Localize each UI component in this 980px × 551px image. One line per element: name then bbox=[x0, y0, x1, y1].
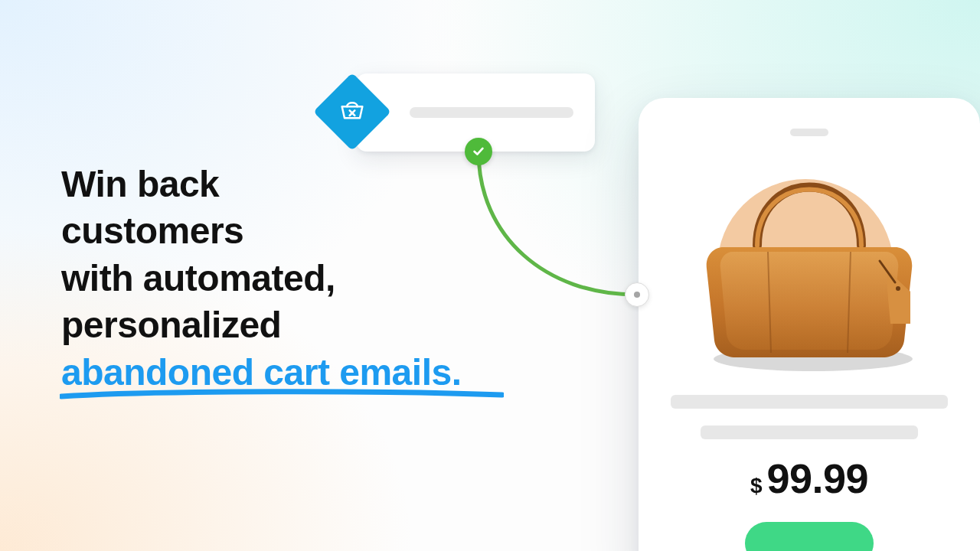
product-title-placeholder bbox=[671, 395, 948, 409]
headline-underline bbox=[60, 387, 504, 401]
cart-abandoned-icon bbox=[336, 96, 368, 128]
headline-line-3: with automated, bbox=[61, 258, 335, 298]
headline-line-1: Win back bbox=[61, 164, 219, 204]
trigger-event-badge bbox=[313, 73, 391, 151]
card-drag-handle bbox=[790, 129, 828, 136]
headline: Win back customers with automated, perso… bbox=[61, 161, 521, 396]
product-preview-card: $ 99.99 bbox=[639, 98, 980, 551]
headline-line-accent: abandoned cart emails. bbox=[61, 352, 462, 393]
check-icon bbox=[465, 138, 492, 165]
headline-line-4: personalized bbox=[61, 305, 281, 345]
price-amount: 99.99 bbox=[766, 455, 868, 502]
product-price: $ 99.99 bbox=[750, 455, 868, 502]
trigger-event-placeholder-text bbox=[410, 107, 573, 118]
headline-line-2: customers bbox=[61, 210, 243, 251]
product-subtitle-placeholder bbox=[701, 425, 918, 439]
currency-symbol: $ bbox=[750, 474, 763, 498]
svg-point-1 bbox=[896, 286, 900, 291]
buy-button[interactable] bbox=[745, 522, 874, 551]
product-image bbox=[679, 150, 939, 380]
connector-end-node bbox=[625, 282, 649, 307]
handbag-icon bbox=[687, 154, 932, 376]
